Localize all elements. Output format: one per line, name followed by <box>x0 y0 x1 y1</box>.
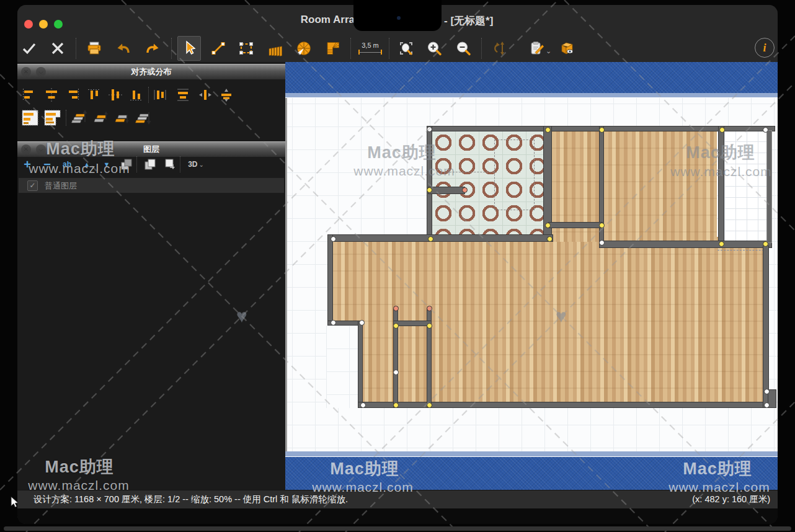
rename-layer-button[interactable]: ab <box>57 155 77 174</box>
wall-handle[interactable] <box>427 126 432 132</box>
rotate-tool-button[interactable] <box>488 36 512 61</box>
balcony-window-wall[interactable] <box>766 130 772 243</box>
door-handle[interactable] <box>393 306 399 311</box>
draw-wall-tool-button[interactable] <box>207 36 230 61</box>
print-button[interactable] <box>82 36 106 61</box>
wall-handle[interactable] <box>393 323 399 329</box>
measure-tool-button[interactable]: 3,5 m <box>353 36 388 61</box>
layers-panel-close-icon[interactable]: ✕ <box>21 144 31 154</box>
wall-main-bottom[interactable] <box>358 402 775 408</box>
send-backward-button[interactable] <box>111 109 131 127</box>
wall-handle[interactable] <box>393 402 399 408</box>
select-tool-button[interactable] <box>177 36 201 61</box>
balcony-floor[interactable] <box>724 130 766 241</box>
wall-step-vertical[interactable] <box>358 321 363 408</box>
wall-handle[interactable] <box>547 236 553 242</box>
wall-handle[interactable] <box>599 223 605 228</box>
align-to-room-right-button[interactable] <box>42 109 63 127</box>
bring-forward-button[interactable] <box>90 109 110 127</box>
wall-bathroom-left[interactable] <box>427 126 432 242</box>
align-center-vertical-axis-button[interactable] <box>42 86 61 104</box>
wall-bathroom-door-stub[interactable] <box>428 187 465 194</box>
spiral-stairs-tool-button[interactable] <box>292 36 316 61</box>
align-panel-close-icon[interactable]: ✕ <box>21 67 31 77</box>
center-vertically-button[interactable] <box>216 86 236 104</box>
wall-small-room-right[interactable] <box>599 126 604 248</box>
bring-to-front-button[interactable] <box>68 109 88 127</box>
edit-properties-dropdown-chevron[interactable]: ⌄ <box>546 47 551 55</box>
view-3d-button[interactable] <box>556 36 579 61</box>
align-top-button[interactable] <box>84 86 104 104</box>
distribute-horizontal-button[interactable] <box>150 86 170 104</box>
copy-layer-button[interactable] <box>140 155 160 174</box>
layer-row[interactable]: ✓ 普通图层 <box>19 178 284 193</box>
layers-panel-collapse-icon[interactable]: ⌵ <box>36 144 46 154</box>
wall-main-right[interactable] <box>763 246 769 408</box>
draw-room-tool-button[interactable] <box>234 36 258 61</box>
layer-visible-checkbox[interactable]: ✓ <box>27 180 38 191</box>
wall-handle[interactable] <box>331 236 336 242</box>
wall-rooms-bottom[interactable] <box>599 241 772 248</box>
merge-layer-button[interactable] <box>160 155 180 174</box>
wall-handle[interactable] <box>599 240 605 246</box>
align-middle-button[interactable] <box>105 86 125 104</box>
move-layer-down-button[interactable]: ▼ <box>97 155 117 174</box>
wall-handle[interactable] <box>719 241 724 247</box>
zoom-in-button[interactable] <box>422 36 446 61</box>
wall-handle[interactable] <box>428 236 433 242</box>
bring-forward-icon <box>91 109 109 127</box>
door-handle[interactable] <box>462 187 468 193</box>
l-stairs-icon <box>325 40 341 56</box>
align-to-room-left-button[interactable] <box>20 109 41 127</box>
align-top-icon <box>86 87 102 103</box>
confirm-button[interactable] <box>17 36 41 61</box>
close-window-button[interactable] <box>24 20 33 29</box>
wall-main-left[interactable] <box>327 234 333 326</box>
wall-handle[interactable] <box>360 402 366 408</box>
wall-handle[interactable] <box>331 320 336 326</box>
align-bottom-button[interactable] <box>127 86 146 104</box>
align-panel-collapse-icon[interactable]: ⌵ <box>36 67 46 77</box>
wall-handle[interactable] <box>393 370 399 375</box>
add-layer-button[interactable]: + <box>17 155 37 174</box>
wall-handle[interactable] <box>359 320 365 326</box>
center-horizontally-button[interactable] <box>195 86 215 104</box>
wall-handle[interactable] <box>427 402 432 408</box>
undo-button[interactable] <box>112 36 135 61</box>
stairs-tool-button[interactable] <box>263 36 286 61</box>
info-button[interactable]: i <box>755 38 775 58</box>
wall-large-room-right[interactable] <box>718 126 724 248</box>
wall-handle[interactable] <box>764 402 770 408</box>
send-to-back-button[interactable] <box>132 109 152 127</box>
move-layer-up-button[interactable]: ▲ <box>77 155 97 174</box>
wall-handle[interactable] <box>427 323 432 329</box>
wall-handle[interactable] <box>719 127 725 133</box>
cancel-button[interactable] <box>46 36 69 61</box>
l-stairs-tool-button[interactable] <box>321 36 345 61</box>
wall-small-room-bottom[interactable] <box>548 222 603 228</box>
redo-button[interactable] <box>141 36 164 61</box>
remove-layer-button[interactable]: − <box>37 155 57 174</box>
wall-handle[interactable] <box>599 127 605 133</box>
wall-handle[interactable] <box>763 127 768 133</box>
zoom-window-button[interactable] <box>54 20 63 29</box>
wall-handle[interactable] <box>427 187 432 193</box>
design-canvas[interactable] <box>285 62 778 490</box>
align-center-icon <box>43 87 60 103</box>
layer-visibility-button[interactable] <box>117 155 136 174</box>
align-right-button[interactable] <box>63 86 83 104</box>
large-room-wood-floor[interactable] <box>604 131 717 241</box>
wall-closet-connector[interactable] <box>393 321 432 326</box>
wall-handle[interactable] <box>764 389 770 394</box>
align-left-button[interactable] <box>19 86 38 104</box>
wall-handle[interactable] <box>763 241 768 247</box>
door-handle[interactable] <box>427 306 432 311</box>
wall-main-top[interactable] <box>327 234 553 242</box>
wall-handle[interactable] <box>545 127 551 133</box>
layer-3d-options-button[interactable]: 3D ⌄ <box>184 155 208 174</box>
zoom-out-button[interactable] <box>451 36 475 61</box>
wall-handle[interactable] <box>545 223 551 228</box>
distribute-vertical-button[interactable] <box>173 86 193 104</box>
zoom-fit-button[interactable] <box>394 36 418 61</box>
minimize-window-button[interactable] <box>39 20 48 29</box>
